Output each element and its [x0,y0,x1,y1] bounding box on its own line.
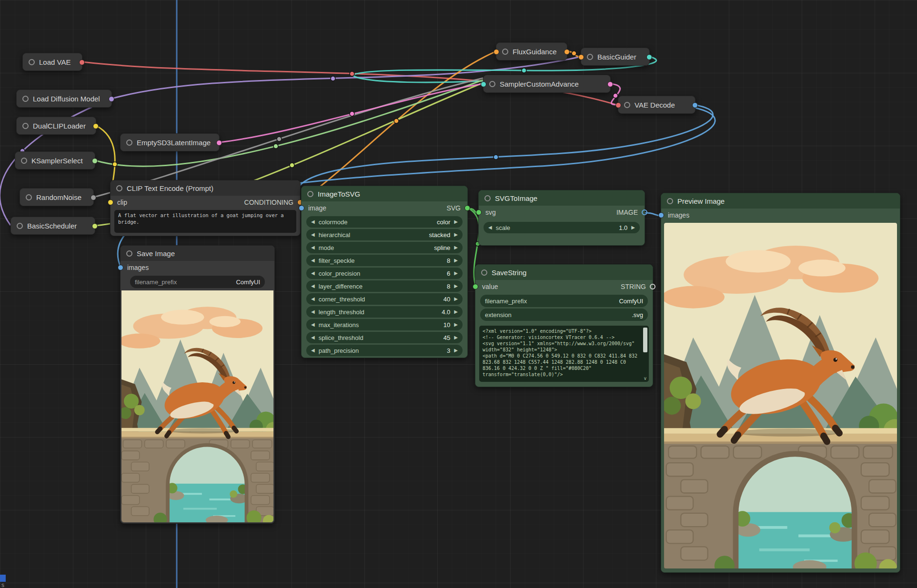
node-header[interactable]: CLIP Text Encode (Prompt) [111,180,300,196]
widget-corner-threshold[interactable]: ◀ corner_threshold 40 ▶ [306,293,463,305]
collapse-dot[interactable] [26,194,32,200]
widget-hierarchical[interactable]: ◀ hierarchical stacked ▶ [306,229,463,240]
node-header[interactable]: Save Image [121,246,274,261]
graph-canvas[interactable]: Load VAE Load Diffusion Model DualCLIPLo… [0,0,917,588]
node-dual-clip-loader[interactable]: DualCLIPLoader [16,117,96,135]
stepper-left-icon[interactable]: ◀ [488,225,492,230]
collapse-dot[interactable] [22,123,29,129]
prompt-textarea[interactable]: A flat vector art illustration of a goat… [114,210,296,233]
widget-filename-prefix[interactable]: filename_prefix ComfyUI [480,295,648,307]
collapse-dot[interactable] [489,81,495,87]
collapse-dot[interactable] [624,102,630,108]
guider-inputs-port[interactable] [578,54,584,60]
node-preview-image[interactable]: Preview Image images [661,193,900,573]
clip-input-port[interactable] [108,199,113,205]
stepper-right-icon[interactable]: ▶ [454,348,458,353]
images-input-port[interactable] [118,265,123,270]
collapse-dot[interactable] [484,195,491,201]
widget-layer-difference[interactable]: ◀ layer_difference 8 ▶ [306,280,463,292]
stepper-right-icon[interactable]: ▶ [454,245,458,250]
model-output-port[interactable] [109,96,114,102]
stepper-left-icon[interactable]: ◀ [311,309,315,314]
collapse-dot[interactable] [502,49,508,55]
svg-output-port[interactable] [464,205,470,211]
widget-colormode[interactable]: ◀ colormode color ▶ [306,216,463,228]
conditioning-input-port[interactable] [494,49,499,55]
widget-scale[interactable]: ◀ scale 1.0 ▶ [484,222,640,233]
svg-code-textarea[interactable]: <?xml version="1.0" encoding="UTF-8"?> <… [479,326,649,382]
stepper-right-icon[interactable]: ▶ [454,284,458,289]
widget-max-iterations[interactable]: ◀ max_iterations 10 ▶ [306,319,463,330]
stepper-left-icon[interactable]: ◀ [311,348,315,353]
widget-extension[interactable]: extension .svg [480,309,648,321]
widget-length-threshold[interactable]: ◀ length_threshold 4.0 ▶ [306,306,463,318]
collapse-dot[interactable] [17,223,23,229]
widget-filter-speckle[interactable]: ◀ filter_speckle 8 ▶ [306,255,463,266]
clip-output-port[interactable] [93,123,99,129]
stepper-right-icon[interactable]: ▶ [454,322,458,327]
sampler-latent-output-port[interactable] [607,81,613,87]
widget-splice-threshold[interactable]: ◀ splice_threshold 45 ▶ [306,332,463,343]
collapse-dot[interactable] [126,140,132,146]
stepper-right-icon[interactable]: ▶ [631,225,635,230]
svg-input-port[interactable] [476,209,482,215]
collapse-dot[interactable] [21,158,27,164]
stepper-left-icon[interactable]: ◀ [311,271,315,276]
node-empty-sd3-latent-image[interactable]: EmptySD3LatentImage [120,133,220,151]
collapse-dot[interactable] [116,185,122,191]
stepper-left-icon[interactable]: ◀ [311,232,315,237]
image-input-port[interactable] [299,205,304,211]
node-save-image[interactable]: Save Image images filename_prefix ComfyU… [120,245,275,524]
conditioning-output-port[interactable] [564,49,570,55]
node-save-string[interactable]: SaveString value STRING filename_prefix … [475,264,653,387]
widget-filename-prefix[interactable]: filename_prefix ComfyUI [130,276,265,288]
stepper-right-icon[interactable]: ▶ [454,297,458,301]
collapse-dot[interactable] [126,250,132,257]
stepper-right-icon[interactable]: ▶ [454,335,458,340]
node-basic-scheduler[interactable]: BasicScheduler [10,217,95,235]
scrollbar-thumb[interactable] [643,328,647,352]
stepper-right-icon[interactable]: ▶ [454,219,458,224]
widget-mode[interactable]: ◀ mode spline ▶ [306,242,463,253]
node-load-diffusion-model[interactable]: Load Diffusion Model [16,90,112,108]
stepper-left-icon[interactable]: ◀ [311,284,315,289]
string-output-port[interactable] [650,284,655,289]
stepper-right-icon[interactable]: ▶ [454,309,458,314]
node-flux-guidance[interactable]: FluxGuidance [496,42,567,60]
sampler-inputs-port[interactable] [481,81,486,87]
guider-output-port[interactable] [646,54,652,60]
node-header[interactable]: SVGToImage [479,190,645,206]
stepper-left-icon[interactable]: ◀ [311,335,315,340]
widget-color-precision[interactable]: ◀ color_precision 6 ▶ [306,268,463,279]
sampler-output-port[interactable] [92,158,98,164]
node-sampler-custom-advance[interactable]: SamplerCustomAdvance [483,75,611,93]
node-clip-text-encode[interactable]: CLIP Text Encode (Prompt) clip CONDITION… [110,180,301,236]
stepper-left-icon[interactable]: ◀ [311,322,315,327]
node-load-vae[interactable]: Load VAE [22,53,82,71]
collapse-dot[interactable] [307,191,313,197]
latent-output-port[interactable] [216,140,222,146]
node-header[interactable]: Preview Image [661,193,900,209]
node-image-to-svg[interactable]: ImageToSVG image SVG ◀ colormode color ▶… [301,186,468,358]
vae-output-port[interactable] [79,60,85,65]
collapse-dot[interactable] [29,59,35,65]
node-header[interactable]: ImageToSVG [302,186,467,201]
widget-path-precision[interactable]: ◀ path_precision 3 ▶ [306,345,463,356]
stepper-right-icon[interactable]: ▶ [454,258,458,263]
noise-output-port[interactable] [91,195,96,200]
stepper-right-icon[interactable]: ▶ [454,271,458,276]
stepper-left-icon[interactable]: ◀ [311,258,315,263]
node-svg-to-image[interactable]: SVGToImage svg IMAGE ◀ scale 1.0 ▶ [478,190,645,246]
sigmas-output-port[interactable] [92,223,98,229]
image-output-port[interactable] [692,102,698,108]
collapse-dot[interactable] [587,54,593,60]
stepper-left-icon[interactable]: ◀ [311,245,315,250]
images-input-port[interactable] [658,212,664,218]
collapse-dot[interactable] [481,269,487,276]
node-ksampler-select[interactable]: KSamplerSelect [15,151,95,169]
vae-decode-input-port[interactable] [615,102,621,108]
stepper-left-icon[interactable]: ◀ [311,297,315,301]
node-random-noise[interactable]: RandomNoise [20,188,94,206]
node-vae-decode[interactable]: VAE Decode [618,96,695,114]
value-input-port[interactable] [473,284,478,289]
